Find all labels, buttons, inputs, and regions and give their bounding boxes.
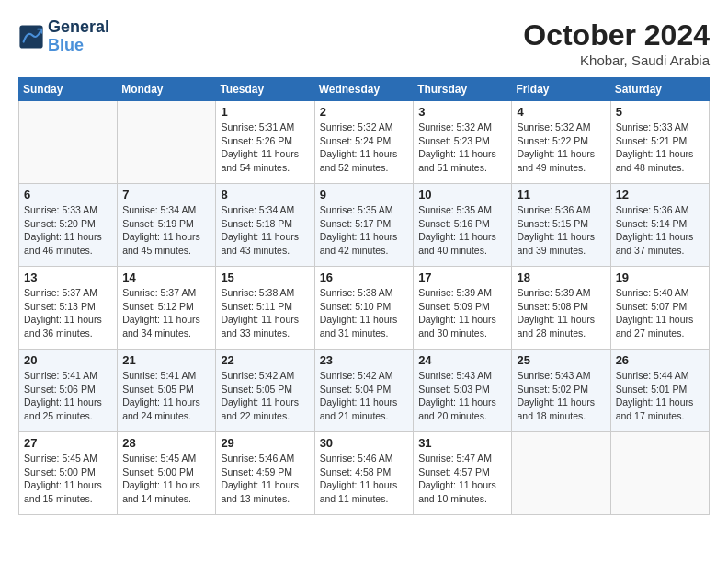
day-number: 4 <box>517 105 605 119</box>
logo-line1: General <box>48 18 109 37</box>
day-info: Sunrise: 5:31 AM Sunset: 5:26 PM Dayligh… <box>221 121 309 175</box>
day-number: 22 <box>221 353 309 367</box>
logo-line2: Blue <box>48 37 109 55</box>
calendar-cell: 4Sunrise: 5:32 AM Sunset: 5:22 PM Daylig… <box>512 101 610 184</box>
day-number: 19 <box>616 270 704 284</box>
day-info: Sunrise: 5:32 AM Sunset: 5:23 PM Dayligh… <box>418 121 506 175</box>
calendar-cell: 26Sunrise: 5:44 AM Sunset: 5:01 PM Dayli… <box>610 350 709 432</box>
calendar-cell: 23Sunrise: 5:42 AM Sunset: 5:04 PM Dayli… <box>314 350 414 432</box>
day-number: 25 <box>517 353 605 367</box>
calendar-cell: 21Sunrise: 5:41 AM Sunset: 5:05 PM Dayli… <box>118 350 216 432</box>
day-info: Sunrise: 5:34 AM Sunset: 5:18 PM Dayligh… <box>221 203 309 258</box>
day-info: Sunrise: 5:45 AM Sunset: 5:00 PM Dayligh… <box>122 452 210 506</box>
calendar-cell: 19Sunrise: 5:40 AM Sunset: 5:07 PM Dayli… <box>610 267 709 350</box>
day-info: Sunrise: 5:35 AM Sunset: 5:16 PM Dayligh… <box>418 203 506 258</box>
weekday-header: Sunday <box>19 78 118 101</box>
day-number: 7 <box>122 188 210 201</box>
day-info: Sunrise: 5:33 AM Sunset: 5:20 PM Dayligh… <box>24 203 112 258</box>
calendar-cell: 16Sunrise: 5:38 AM Sunset: 5:10 PM Dayli… <box>314 267 414 350</box>
calendar-cell: 2Sunrise: 5:32 AM Sunset: 5:24 PM Daylig… <box>314 101 414 184</box>
calendar-cell: 22Sunrise: 5:42 AM Sunset: 5:05 PM Dayli… <box>216 350 314 432</box>
day-number: 14 <box>122 270 210 284</box>
weekday-header: Saturday <box>610 78 709 101</box>
day-info: Sunrise: 5:37 AM Sunset: 5:13 PM Dayligh… <box>24 286 112 340</box>
day-info: Sunrise: 5:33 AM Sunset: 5:21 PM Dayligh… <box>616 121 704 175</box>
calendar-cell: 10Sunrise: 5:35 AM Sunset: 5:16 PM Dayli… <box>414 184 512 267</box>
day-info: Sunrise: 5:32 AM Sunset: 5:22 PM Dayligh… <box>517 121 605 175</box>
calendar-cell: 11Sunrise: 5:36 AM Sunset: 5:15 PM Dayli… <box>512 184 610 267</box>
weekday-header: Wednesday <box>314 78 414 101</box>
calendar-cell <box>118 101 216 184</box>
calendar-cell <box>19 101 118 184</box>
month-title: October 2024 <box>523 18 710 52</box>
calendar-cell: 30Sunrise: 5:46 AM Sunset: 4:58 PM Dayli… <box>314 432 414 515</box>
day-number: 18 <box>517 270 605 284</box>
calendar-cell: 12Sunrise: 5:36 AM Sunset: 5:14 PM Dayli… <box>610 184 709 267</box>
calendar-cell: 25Sunrise: 5:43 AM Sunset: 5:02 PM Dayli… <box>512 350 610 432</box>
day-number: 23 <box>320 353 409 367</box>
day-number: 8 <box>221 188 309 201</box>
day-info: Sunrise: 5:43 AM Sunset: 5:02 PM Dayligh… <box>517 369 605 423</box>
day-info: Sunrise: 5:38 AM Sunset: 5:10 PM Dayligh… <box>320 286 409 340</box>
day-info: Sunrise: 5:43 AM Sunset: 5:03 PM Dayligh… <box>418 369 506 423</box>
day-number: 30 <box>320 436 409 450</box>
location: Khobar, Saudi Arabia <box>523 52 710 68</box>
day-info: Sunrise: 5:46 AM Sunset: 4:59 PM Dayligh… <box>221 452 309 506</box>
week-row: 13Sunrise: 5:37 AM Sunset: 5:13 PM Dayli… <box>19 267 710 350</box>
day-number: 20 <box>24 353 112 367</box>
day-number: 16 <box>320 270 409 284</box>
calendar-cell: 24Sunrise: 5:43 AM Sunset: 5:03 PM Dayli… <box>414 350 512 432</box>
day-info: Sunrise: 5:41 AM Sunset: 5:05 PM Dayligh… <box>122 369 210 423</box>
calendar-cell: 3Sunrise: 5:32 AM Sunset: 5:23 PM Daylig… <box>414 101 512 184</box>
weekday-header: Tuesday <box>216 78 314 101</box>
day-info: Sunrise: 5:42 AM Sunset: 5:05 PM Dayligh… <box>221 369 309 423</box>
day-number: 24 <box>418 353 506 367</box>
day-number: 15 <box>221 270 309 284</box>
day-number: 29 <box>221 436 309 450</box>
week-row: 1Sunrise: 5:31 AM Sunset: 5:26 PM Daylig… <box>19 101 710 184</box>
day-info: Sunrise: 5:39 AM Sunset: 5:08 PM Dayligh… <box>517 286 605 340</box>
calendar-cell: 18Sunrise: 5:39 AM Sunset: 5:08 PM Dayli… <box>512 267 610 350</box>
day-number: 10 <box>418 188 506 201</box>
title-block: October 2024 Khobar, Saudi Arabia <box>523 18 710 68</box>
calendar-cell <box>610 432 709 515</box>
day-info: Sunrise: 5:35 AM Sunset: 5:17 PM Dayligh… <box>320 203 409 258</box>
day-number: 21 <box>122 353 210 367</box>
day-number: 17 <box>418 270 506 284</box>
logo-icon <box>18 24 44 50</box>
weekday-header: Thursday <box>414 78 512 101</box>
day-number: 28 <box>122 436 210 450</box>
weekday-header: Friday <box>512 78 610 101</box>
calendar-cell: 20Sunrise: 5:41 AM Sunset: 5:06 PM Dayli… <box>19 350 118 432</box>
day-info: Sunrise: 5:45 AM Sunset: 5:00 PM Dayligh… <box>24 452 112 506</box>
calendar-cell: 9Sunrise: 5:35 AM Sunset: 5:17 PM Daylig… <box>314 184 414 267</box>
day-number: 9 <box>320 188 409 201</box>
day-info: Sunrise: 5:37 AM Sunset: 5:12 PM Dayligh… <box>122 286 210 340</box>
day-number: 13 <box>24 270 112 284</box>
calendar-cell: 5Sunrise: 5:33 AM Sunset: 5:21 PM Daylig… <box>610 101 709 184</box>
day-info: Sunrise: 5:36 AM Sunset: 5:15 PM Dayligh… <box>517 203 605 258</box>
calendar-cell: 15Sunrise: 5:38 AM Sunset: 5:11 PM Dayli… <box>216 267 314 350</box>
day-number: 31 <box>418 436 506 450</box>
day-info: Sunrise: 5:39 AM Sunset: 5:09 PM Dayligh… <box>418 286 506 340</box>
week-row: 27Sunrise: 5:45 AM Sunset: 5:00 PM Dayli… <box>19 432 710 515</box>
day-number: 26 <box>616 353 704 367</box>
day-info: Sunrise: 5:44 AM Sunset: 5:01 PM Dayligh… <box>616 369 704 423</box>
calendar-cell: 28Sunrise: 5:45 AM Sunset: 5:00 PM Dayli… <box>118 432 216 515</box>
day-info: Sunrise: 5:42 AM Sunset: 5:04 PM Dayligh… <box>320 369 409 423</box>
day-info: Sunrise: 5:32 AM Sunset: 5:24 PM Dayligh… <box>320 121 409 175</box>
calendar-cell: 13Sunrise: 5:37 AM Sunset: 5:13 PM Dayli… <box>19 267 118 350</box>
calendar-cell: 29Sunrise: 5:46 AM Sunset: 4:59 PM Dayli… <box>216 432 314 515</box>
calendar-cell: 8Sunrise: 5:34 AM Sunset: 5:18 PM Daylig… <box>216 184 314 267</box>
day-number: 3 <box>418 105 506 119</box>
day-info: Sunrise: 5:36 AM Sunset: 5:14 PM Dayligh… <box>616 203 704 258</box>
calendar: SundayMondayTuesdayWednesdayThursdayFrid… <box>18 77 710 515</box>
day-info: Sunrise: 5:46 AM Sunset: 4:58 PM Dayligh… <box>320 452 409 506</box>
calendar-cell: 17Sunrise: 5:39 AM Sunset: 5:09 PM Dayli… <box>414 267 512 350</box>
page-header: General Blue October 2024 Khobar, Saudi … <box>18 18 710 68</box>
calendar-cell: 6Sunrise: 5:33 AM Sunset: 5:20 PM Daylig… <box>19 184 118 267</box>
day-number: 11 <box>517 188 605 201</box>
logo: General Blue <box>18 18 109 55</box>
calendar-cell: 7Sunrise: 5:34 AM Sunset: 5:19 PM Daylig… <box>118 184 216 267</box>
day-number: 6 <box>24 188 112 201</box>
